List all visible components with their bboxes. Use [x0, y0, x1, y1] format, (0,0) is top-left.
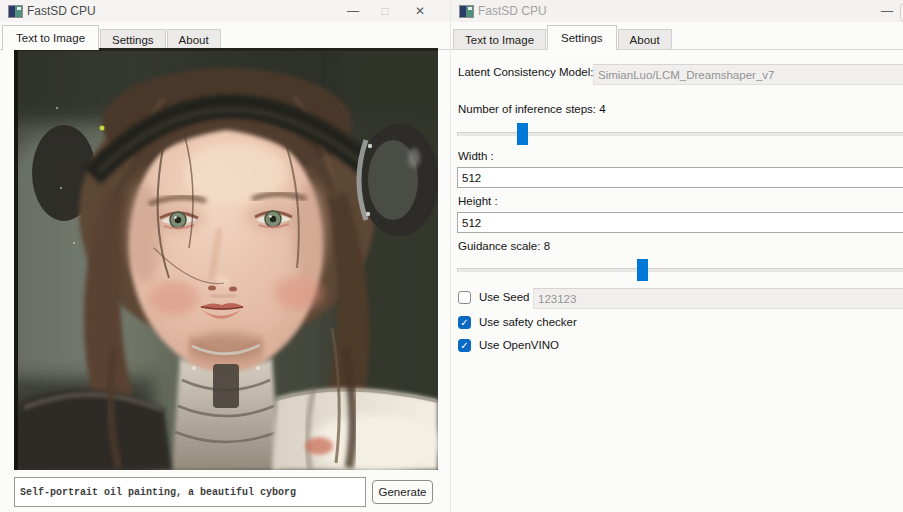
inference-steps-slider[interactable] — [457, 122, 903, 146]
window-title: FastSD CPU — [27, 4, 96, 18]
tab-bar: Text to Image Settings About — [451, 24, 903, 50]
width-input[interactable] — [457, 167, 903, 188]
prompt-input[interactable] — [14, 477, 366, 507]
generate-button[interactable]: Generate — [372, 480, 433, 504]
tab-bar: Text to Image Settings About — [0, 24, 450, 50]
use-seed-checkbox[interactable]: ✓ — [458, 291, 471, 304]
tab-text-to-image[interactable]: Text to Image — [2, 25, 99, 50]
window-settings: FastSD CPU — Text to Image Settings Abou… — [450, 0, 903, 512]
slider-track[interactable] — [457, 268, 903, 273]
slider-handle[interactable] — [517, 123, 528, 145]
minimize-icon: — — [347, 4, 359, 18]
tab-settings[interactable]: Settings — [547, 25, 617, 50]
minimize-button[interactable]: — — [867, 0, 903, 22]
height-input[interactable] — [457, 212, 903, 233]
close-icon: ✕ — [415, 4, 425, 18]
tab-about[interactable]: About — [167, 29, 221, 49]
check-icon: ✓ — [460, 341, 468, 351]
tab-about[interactable]: About — [618, 29, 672, 49]
use-seed-label[interactable]: Use Seed — [479, 291, 530, 303]
openvino-label[interactable]: Use OpenVINO — [479, 339, 559, 351]
window-text-to-image: FastSD CPU — □ ✕ Text to Image Settings … — [0, 0, 450, 512]
safety-checker-checkbox[interactable]: ✓ — [458, 316, 471, 329]
app-icon — [459, 5, 474, 18]
width-label: Width : — [458, 150, 494, 162]
seed-input[interactable] — [533, 288, 903, 309]
app-icon — [8, 5, 23, 18]
titlebar[interactable]: FastSD CPU — — [451, 0, 903, 22]
check-icon: ✓ — [460, 318, 468, 328]
guidance-scale-slider[interactable] — [457, 258, 903, 282]
titlebar[interactable]: FastSD CPU — □ ✕ — [0, 0, 450, 22]
openvino-checkbox[interactable]: ✓ — [458, 339, 471, 352]
tab-text-to-image[interactable]: Text to Image — [453, 29, 546, 49]
minimize-icon: — — [881, 4, 893, 18]
tab-settings[interactable]: Settings — [100, 29, 166, 49]
height-label: Height : — [458, 195, 498, 207]
safety-checker-label[interactable]: Use safety checker — [479, 316, 577, 328]
window-title: FastSD CPU — [478, 4, 547, 18]
model-label: Latent Consistency Model: — [458, 66, 594, 78]
guidance-scale-label: Guidance scale: 8 — [458, 240, 550, 252]
maximize-button[interactable]: □ — [367, 0, 403, 22]
model-field[interactable]: SimianLuo/LCM_Dreamshaper_v7 — [593, 64, 903, 85]
inference-steps-label: Number of inference steps: 4 — [458, 103, 606, 115]
maximize-icon: □ — [381, 4, 388, 18]
close-button[interactable]: ✕ — [399, 0, 441, 22]
generated-image — [14, 48, 438, 470]
slider-handle[interactable] — [637, 259, 648, 281]
